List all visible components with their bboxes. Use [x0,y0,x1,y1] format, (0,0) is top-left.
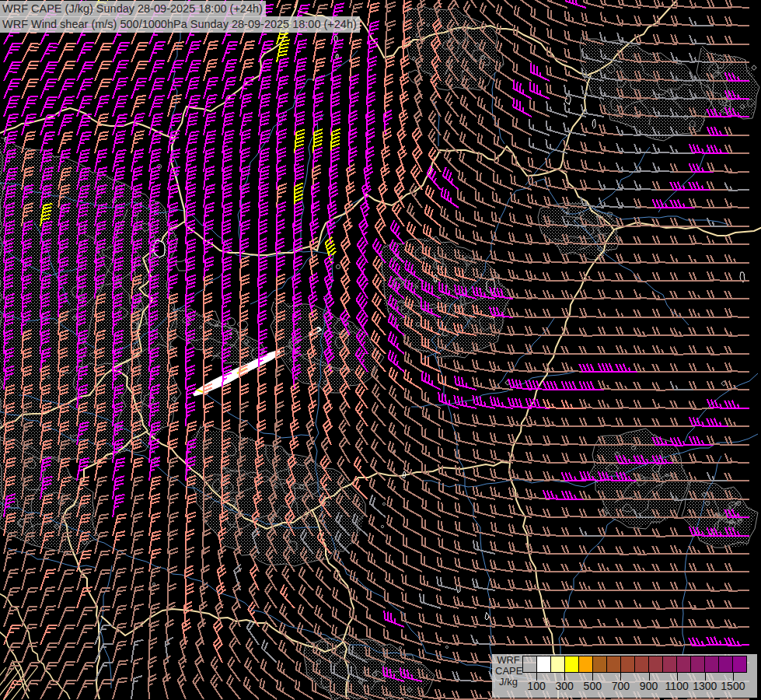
legend-tick-label: 100 [527,680,545,692]
legend-color-cell [551,656,565,672]
legend-label-line: CAPE [495,666,522,677]
legend-color-cell [607,656,621,672]
legend-color-cell [565,656,579,672]
legend-color-cell [593,656,607,672]
legend-tick-label: 900 [640,680,658,692]
legend-color-cell [523,656,537,672]
legend-color-cell [537,656,551,672]
weather-map [0,0,761,700]
map-title-cape: WRF CAPE (J/kg) Sunday 28-09-2025 18:00 … [0,1,266,17]
legend-color-cell [579,656,593,672]
weather-map-screen: WRF CAPE (J/kg) Sunday 28-09-2025 18:00 … [0,0,761,700]
legend-color-cell [663,656,677,672]
legend-color-cell [635,656,649,672]
legend-colorbar [522,656,747,673]
legend-tick-label: 1100 [665,680,689,692]
lake-neusiedl [154,240,165,257]
legend-color-cell [733,656,746,672]
legend-label-line: J/kg [495,677,522,688]
map-title-windshear: WRF Wind shear (m/s) 500/1000hPa Sunday … [0,16,360,33]
legend-color-cell [649,656,663,672]
legend-label-line: WRF [495,655,522,666]
legend-tick-label: 1500 [721,680,745,692]
legend-color-cell [691,656,705,672]
legend-color-cell [621,656,635,672]
legend-color-cell [705,656,719,672]
legend-tick-label: 300 [555,680,573,692]
legend-color-cell [719,656,733,672]
legend-label: WRFCAPEJ/kg [495,655,522,688]
legend-tick-label: 500 [584,680,602,692]
legend-tick-label: 700 [612,680,630,692]
cape-legend: WRFCAPEJ/kg 100300500700900110013001500 [492,654,757,698]
legend-color-cell [677,656,691,672]
legend-tick-label: 1300 [693,680,717,692]
